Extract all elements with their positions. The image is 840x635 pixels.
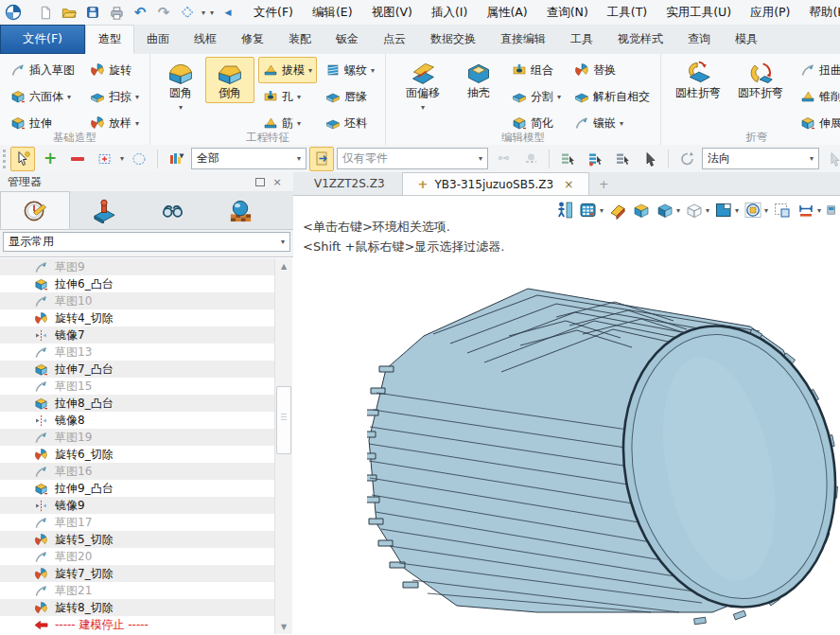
graphics-canvas[interactable]: ▾ ▾ ▾ ▾ <box>293 196 840 635</box>
dropdown-arrow-icon[interactable]: ▾ <box>620 119 623 128</box>
tree-item[interactable]: 镜像7 <box>0 326 274 344</box>
resolve-self-intersection-button[interactable]: 解析自相交 <box>569 83 655 110</box>
draft-button[interactable]: 拔模▾ <box>258 57 317 83</box>
chevron-down-icon[interactable]: ▾ <box>600 206 604 215</box>
revolve-button[interactable]: 旋转 <box>85 57 144 83</box>
sweep-button[interactable]: 扫掠▾ <box>85 83 144 110</box>
manager-close-button[interactable]: × <box>269 175 286 189</box>
combine-button[interactable]: 组合 <box>507 57 566 83</box>
dropdown-arrow-icon[interactable]: ▾ <box>297 119 301 128</box>
ribbon-tab[interactable]: 线框 <box>182 25 229 54</box>
remove-pick-icon[interactable] <box>65 147 90 171</box>
reorient-icon[interactable] <box>674 147 699 171</box>
exit-walk-icon[interactable] <box>554 199 575 221</box>
ribbon-tab[interactable]: 直接编辑 <box>488 25 558 54</box>
dropdown-arrow-icon[interactable]: ▾ <box>297 93 301 101</box>
menu-item[interactable]: 编辑(E) <box>312 5 353 21</box>
eraser-icon[interactable] <box>607 199 628 221</box>
lasso-pick-icon[interactable] <box>127 147 151 171</box>
dropdown-arrow-icon[interactable]: ▾ <box>179 100 183 115</box>
chevron-down-icon[interactable]: ▾ <box>817 206 821 215</box>
open-folder-icon[interactable] <box>60 3 79 22</box>
shell-button[interactable]: 抽壳 <box>454 57 503 103</box>
tree-item[interactable]: 拉伸8_凸台 <box>0 395 274 412</box>
scroll-up-icon[interactable]: ▲ <box>275 258 292 273</box>
tree-item[interactable]: 旋转5_切除 <box>0 531 274 548</box>
menu-item[interactable]: 帮助(H) <box>809 5 840 21</box>
pick-cursor-icon[interactable] <box>10 147 35 171</box>
scope-combobox[interactable]: 全部 ▾ <box>191 148 306 169</box>
render-manager-tab[interactable] <box>206 191 274 229</box>
tree-item[interactable]: 镜像9 <box>0 497 274 514</box>
dropdown-arrow-icon[interactable]: ▾ <box>135 93 139 101</box>
tree-item[interactable]: 草图19 <box>0 429 274 446</box>
file-tab[interactable]: 文件(F) <box>0 25 85 54</box>
pick-last-icon[interactable] <box>491 147 516 171</box>
datum-box-icon[interactable] <box>631 199 652 221</box>
chamfer-button[interactable]: 倒角 <box>205 57 254 103</box>
tree-item[interactable]: 草图20 <box>0 548 274 565</box>
menu-item[interactable]: 查询(N) <box>547 5 588 21</box>
tree-item[interactable]: 旋转8_切除 <box>0 599 274 616</box>
dropdown-arrow-icon[interactable]: ▾ <box>67 93 71 101</box>
dropdown-icon[interactable]: ▾ <box>210 9 214 17</box>
box-button[interactable]: 六面体▾ <box>6 83 79 110</box>
tree-item[interactable]: 旋转4_切除 <box>0 309 274 326</box>
pick-first-icon[interactable] <box>518 147 543 171</box>
tree-item[interactable]: 拉伸9_凸台 <box>0 480 274 497</box>
dropdown-arrow-icon[interactable]: ▾ <box>308 66 312 75</box>
shaded-cube-icon[interactable]: ▾ <box>655 199 681 221</box>
toolbar-grip[interactable] <box>3 150 6 168</box>
close-tab-icon[interactable]: × <box>564 178 573 191</box>
list-pick-icon[interactable] <box>555 147 580 171</box>
visibility-manager-tab[interactable] <box>138 191 206 229</box>
redo-icon[interactable]: ↷ <box>154 3 173 22</box>
new-file-icon[interactable] <box>36 3 55 22</box>
cylinder-bend-button[interactable]: 圆柱折弯 <box>667 57 729 103</box>
orientation-combobox[interactable]: 法向 ▾ <box>702 148 819 169</box>
view-orient-icon[interactable] <box>178 3 197 22</box>
dropdown-arrow-icon[interactable]: ▾ <box>135 119 139 128</box>
ribbon-tab[interactable]: 钣金 <box>324 25 371 54</box>
chevron-down-icon[interactable]: ▾ <box>764 206 768 215</box>
dropdown-arrow-icon[interactable]: ▾ <box>120 154 124 163</box>
ribbon-tab[interactable]: 视觉样式 <box>605 25 675 54</box>
window-pick-icon[interactable] <box>93 147 117 171</box>
tree-item[interactable]: 旋转6_切除 <box>0 446 274 463</box>
collapse-icon[interactable]: ◀ <box>219 3 237 22</box>
model-finned-cylinder[interactable] <box>367 279 840 634</box>
list-pick-all-icon[interactable] <box>610 147 635 171</box>
ribbon-tab[interactable]: 工具 <box>558 25 605 54</box>
ribbon-tab[interactable]: 装配 <box>276 25 324 54</box>
add-pick-icon[interactable]: + <box>38 147 62 171</box>
tree-item[interactable]: 拉伸6_凸台 <box>0 275 274 292</box>
tree-item[interactable]: 草图21 <box>0 582 274 599</box>
menu-item[interactable]: 视图(V) <box>372 5 412 21</box>
dropdown-arrow-icon[interactable]: ▾ <box>557 93 561 101</box>
menu-item[interactable]: 插入(I) <box>431 5 467 21</box>
tree-item[interactable]: 镜像8 <box>0 412 274 429</box>
insert-sketch-button[interactable]: 插入草图 <box>6 57 79 83</box>
tree-scrollbar[interactable]: ▲ ▼ <box>274 258 292 634</box>
tree-item[interactable]: 草图13 <box>0 344 274 361</box>
keypad-icon[interactable]: ▾ <box>578 199 604 221</box>
modeling-stop-row[interactable]: ----- 建模停止 ----- <box>0 616 274 633</box>
view-corner-icon[interactable]: ▾ <box>713 199 740 221</box>
dropdown-arrow-icon[interactable]: ▾ <box>371 66 375 75</box>
menu-item[interactable]: 应用(P) <box>750 5 790 21</box>
document-tab-inactive[interactable]: V1ZZT2S.Z3 <box>299 172 400 195</box>
cursor-icon[interactable] <box>638 147 662 171</box>
menu-item[interactable]: 实用工具(U) <box>666 5 731 21</box>
lip-button[interactable]: 唇缘 <box>321 83 379 110</box>
save-icon[interactable] <box>83 3 102 22</box>
menu-item[interactable]: 文件(F) <box>254 5 293 21</box>
zoom-fit-icon[interactable] <box>772 199 793 221</box>
zoom-range-icon[interactable]: ▾ <box>743 199 769 221</box>
tree-item[interactable]: 草图10 <box>0 292 274 309</box>
divide-button[interactable]: 分割▾ <box>507 83 566 110</box>
tree-item[interactable]: 旋转7_切除 <box>0 565 274 582</box>
ribbon-tab[interactable]: 造型 <box>85 25 134 54</box>
manager-restore-button[interactable] <box>252 175 269 189</box>
assembly-manager-tab[interactable] <box>70 191 138 229</box>
new-document-tab-button[interactable]: + <box>591 172 616 195</box>
